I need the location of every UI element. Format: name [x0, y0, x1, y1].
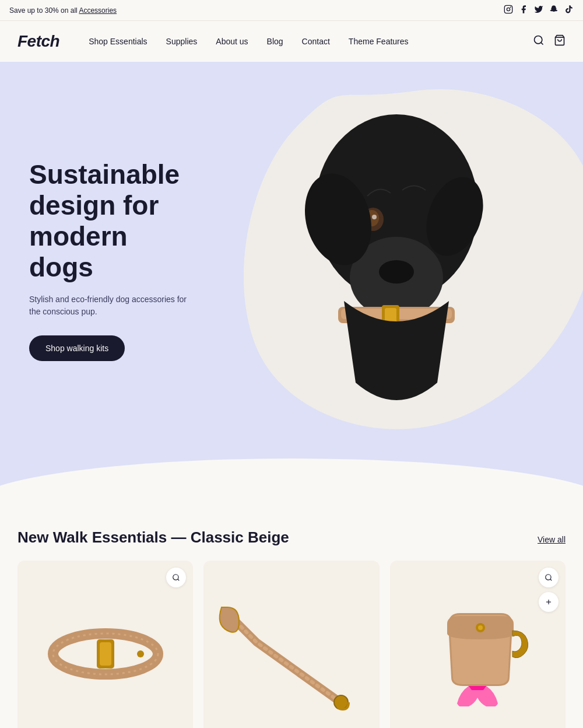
svg-point-7 [379, 260, 414, 284]
hero-title: Sustainable design for modern dogs [29, 159, 192, 283]
nav-shop-essentials[interactable]: Shop Essentials [89, 37, 147, 46]
section-header: New Walk Essentials — Classic Beige View… [17, 528, 566, 547]
header: Fetch Shop Essentials Supplies About us … [0, 21, 583, 62]
facebook-icon[interactable] [519, 5, 528, 16]
product-card-1-actions [166, 568, 186, 587]
product-grid: Beige Dog Collar $4000 [17, 561, 566, 728]
svg-point-22 [173, 575, 178, 580]
svg-point-25 [478, 625, 483, 630]
instagram-icon[interactable] [504, 5, 513, 16]
announcement-text: Save up to 30% on all Accessories [9, 6, 117, 15]
svg-rect-0 [504, 5, 512, 13]
hero-subtitle: Stylish and eco-friendly dog accessories… [29, 293, 192, 318]
product-search-icon[interactable] [166, 568, 186, 587]
main-nav: Shop Essentials Supplies About us Blog C… [89, 37, 533, 46]
svg-rect-19 [100, 642, 111, 666]
social-icons-group [504, 5, 574, 16]
svg-point-3 [535, 36, 542, 43]
nav-supplies[interactable]: Supplies [166, 37, 198, 46]
announcement-bar: Save up to 30% on all Accessories [0, 0, 583, 21]
svg-point-26 [546, 575, 551, 580]
product-3-add-icon[interactable] [539, 592, 559, 612]
nav-contact[interactable]: Contact [302, 37, 330, 46]
hero-dog-image [227, 91, 566, 441]
product-card-bag-holder[interactable]: Beige Poop Bag Holder $3000 [390, 561, 566, 728]
svg-point-10 [372, 215, 377, 219]
section-title: New Walk Essentials — Classic Beige [17, 528, 289, 547]
svg-point-2 [510, 6, 511, 8]
product-card-leash[interactable]: Beige Dog Leash $4000 [203, 561, 379, 728]
hero-cta-button[interactable]: Shop walking kits [29, 335, 125, 361]
announcement-link[interactable]: Accessories [79, 6, 117, 15]
svg-point-1 [507, 8, 510, 10]
twitter-icon[interactable] [534, 5, 543, 16]
header-icons [533, 34, 566, 49]
search-icon[interactable] [533, 34, 545, 49]
nav-theme-features[interactable]: Theme Features [349, 37, 409, 46]
cart-icon[interactable] [554, 34, 566, 49]
hero-section: Sustainable design for modern dogs Styli… [0, 62, 583, 459]
products-section: New Walk Essentials — Classic Beige View… [0, 505, 583, 728]
nav-about[interactable]: About us [216, 37, 248, 46]
snapchat-icon[interactable] [549, 5, 559, 16]
hero-content: Sustainable design for modern dogs Styli… [0, 113, 222, 408]
wave-separator [0, 459, 583, 505]
product-card-collar[interactable]: Beige Dog Collar $4000 [17, 561, 193, 728]
logo[interactable]: Fetch [17, 32, 59, 51]
tiktok-icon[interactable] [564, 5, 574, 16]
product-card-3-actions [539, 568, 559, 612]
product-image-leash [203, 561, 379, 728]
svg-point-20 [137, 650, 144, 657]
view-all-link[interactable]: View all [538, 535, 566, 544]
product-3-search-icon[interactable] [539, 568, 559, 587]
nav-blog[interactable]: Blog [267, 37, 283, 46]
